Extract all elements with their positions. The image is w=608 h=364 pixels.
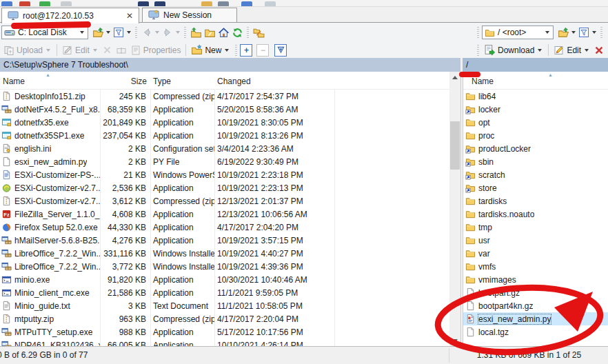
local-scrollbar[interactable] xyxy=(449,72,460,346)
file-row[interactable]: lib64 xyxy=(463,90,608,103)
file-row[interactable]: english.ini 2 KB Configuration sett... 3… xyxy=(0,142,449,155)
edit-button-remote[interactable]: Edit xyxy=(551,43,592,57)
properties-button-local[interactable]: Properties xyxy=(128,43,183,57)
download-button[interactable]: Download xyxy=(482,43,545,57)
file-row[interactable]: ESXi-Customizer-PS-... 21 KB Windows Pow… xyxy=(0,168,449,181)
file-row[interactable]: dotnetfx35SP1.exe 237,054 KB Application… xyxy=(0,129,449,142)
file-row[interactable]: mtputty.zip 963 KB Compressed (zipp... 4… xyxy=(0,312,449,325)
chevron-down-icon[interactable] xyxy=(176,31,180,34)
file-row[interactable]: bootpart.gz xyxy=(463,286,608,299)
file-row[interactable]: opt xyxy=(463,116,608,129)
clipped-toolbar-icon[interactable] xyxy=(265,1,276,7)
open-directory-button[interactable] xyxy=(91,26,105,39)
local-path-bar[interactable]: C:\Setup\vSphere 7 Troubleshoot\ xyxy=(0,58,460,72)
file-row[interactable]: locker xyxy=(463,103,608,116)
new-session-tab[interactable]: New Session xyxy=(142,8,237,23)
file-row[interactable]: Minio_client_mc.exe 21,586 KB Applicatio… xyxy=(0,286,449,299)
file-row[interactable]: DesktopInfo151.zip 245 KB Compressed (zi… xyxy=(0,90,449,103)
chevron-down-icon[interactable] xyxy=(106,31,110,34)
file-row[interactable]: NDP461_KB3102436_x... 66,005 KB Applicat… xyxy=(0,338,449,346)
forward-button[interactable] xyxy=(161,26,174,39)
file-row[interactable]: vmimages xyxy=(463,273,608,286)
file-row[interactable]: scratch xyxy=(463,168,608,181)
remote-open-directory-button[interactable] xyxy=(556,26,570,39)
file-row[interactable]: store xyxy=(463,181,608,194)
file-row[interactable]: vmfs xyxy=(463,260,608,273)
select-files-button[interactable]: + xyxy=(240,44,252,57)
upload-button[interactable]: Upload xyxy=(1,43,54,57)
clipped-toolbar-icon[interactable] xyxy=(218,1,229,7)
chevron-down-icon[interactable] xyxy=(127,31,131,34)
column-header-size[interactable]: Size xyxy=(100,77,147,86)
edit-button-local[interactable]: Edit xyxy=(60,43,101,57)
file-row[interactable]: dotnetfx35.exe 201,849 KB Application 10… xyxy=(0,116,449,129)
clipped-toolbar-icon[interactable] xyxy=(19,1,30,7)
file-row[interactable]: local.tgz xyxy=(463,325,608,338)
clipped-toolbar-icon[interactable] xyxy=(154,1,165,7)
synchronize-browsing-button[interactable] xyxy=(252,26,265,39)
remote-filter-button[interactable] xyxy=(577,26,591,39)
home-directory-button[interactable] xyxy=(216,26,230,39)
filter-button[interactable] xyxy=(112,26,125,39)
column-header-name[interactable]: Name xyxy=(3,77,25,86)
file-row[interactable]: esxi_new_admin.py 2 KB PY File 6/19/2022… xyxy=(0,155,449,168)
back-button[interactable] xyxy=(140,26,154,39)
remote-directory-selector[interactable]: / <root> xyxy=(482,26,554,39)
column-header-type[interactable]: Type xyxy=(153,77,171,86)
parent-directory-button[interactable] xyxy=(189,26,203,39)
toolbar-grip[interactable] xyxy=(600,27,602,38)
file-row[interactable]: productLocker xyxy=(463,142,608,155)
file-row[interactable]: LibreOffice_7.2.2_Win... 3,772 KB Window… xyxy=(0,260,449,273)
clipped-toolbar-icon[interactable] xyxy=(241,1,252,7)
invert-selection-button[interactable] xyxy=(274,44,287,57)
file-row[interactable]: ESXi-Customizer-v2.7... 2,536 KB Applica… xyxy=(0,181,449,194)
clipped-toolbar-icon[interactable] xyxy=(1,1,12,7)
column-header-name[interactable]: Name xyxy=(472,77,494,86)
drive-selector[interactable]: C: Local Disk xyxy=(1,26,88,39)
clipped-toolbar-icon[interactable] xyxy=(138,1,149,7)
chevron-down-icon[interactable] xyxy=(592,31,596,34)
file-row[interactable]: sbin xyxy=(463,155,608,168)
toolbar-grip[interactable] xyxy=(247,27,249,38)
rename-button-local[interactable] xyxy=(114,43,128,57)
scrollbar-thumb[interactable] xyxy=(450,121,460,170)
clipped-toolbar-icon[interactable] xyxy=(201,1,212,7)
unselect-files-button[interactable]: − xyxy=(256,44,269,57)
file-row[interactable]: var xyxy=(463,247,608,260)
file-row[interactable]: Minio_guide.txt 3 KB Text Document 11/1/… xyxy=(0,299,449,312)
session-tab[interactable]: root@172.20.10.53 ✕ xyxy=(1,8,139,23)
scroll-down-icon[interactable] xyxy=(449,335,460,346)
file-row[interactable]: usr xyxy=(463,234,608,247)
refresh-button[interactable] xyxy=(230,26,244,39)
file-row[interactable]: Firefox Setup 52.0.exe 44,330 KB Applica… xyxy=(0,221,449,234)
file-row[interactable]: LibreOffice_7.2.2_Win... 331,116 KB Wind… xyxy=(0,247,449,260)
toolbar-grip[interactable] xyxy=(477,27,479,38)
toolbar-grip[interactable] xyxy=(477,45,479,56)
new-button[interactable]: New xyxy=(189,43,232,57)
file-row[interactable]: tardisks.noauto xyxy=(463,208,608,221)
file-row[interactable]: bootpart4kn.gz xyxy=(463,299,608,312)
delete-button-local[interactable] xyxy=(101,43,114,57)
file-row[interactable]: tardisks xyxy=(463,194,608,208)
clipped-toolbar-icon[interactable] xyxy=(61,1,72,7)
file-row[interactable]: FileZilla_Server_1.1.0_... 4,608 KB Appl… xyxy=(0,208,449,221)
chevron-down-icon[interactable] xyxy=(571,31,576,34)
toolbar-grip[interactable] xyxy=(135,27,137,38)
file-row[interactable]: dotNetFx4.5.2_Full_x8... 68,359 KB Appli… xyxy=(0,103,449,116)
toolbar-grip[interactable] xyxy=(235,45,237,56)
root-directory-button[interactable] xyxy=(203,26,216,39)
file-row[interactable]: tmp xyxy=(463,221,608,234)
toolbar-grip[interactable] xyxy=(184,27,186,38)
file-row[interactable]: proc xyxy=(463,129,608,142)
remote-path-bar[interactable]: / xyxy=(463,58,608,72)
file-row[interactable]: minio.exe 91,820 KB Application 10/30/20… xyxy=(0,273,449,286)
file-row[interactable]: hMailServer-5.6.8-B25... 4,276 KB Applic… xyxy=(0,234,449,247)
close-tab-icon[interactable]: ✕ xyxy=(126,11,133,21)
column-header-changed[interactable]: Changed xyxy=(217,77,251,86)
file-row[interactable]: MTPuTTY_setup.exe 988 KB Application 5/1… xyxy=(0,325,449,338)
file-row[interactable]: ESXi-Customizer-v2.7... 3,612 KB Compres… xyxy=(0,194,449,208)
clipped-toolbar-icon[interactable] xyxy=(39,1,50,7)
chevron-down-icon[interactable] xyxy=(155,31,159,34)
delete-button-remote[interactable] xyxy=(592,43,606,57)
file-row[interactable]: esxi_new_admin.py xyxy=(463,312,608,325)
